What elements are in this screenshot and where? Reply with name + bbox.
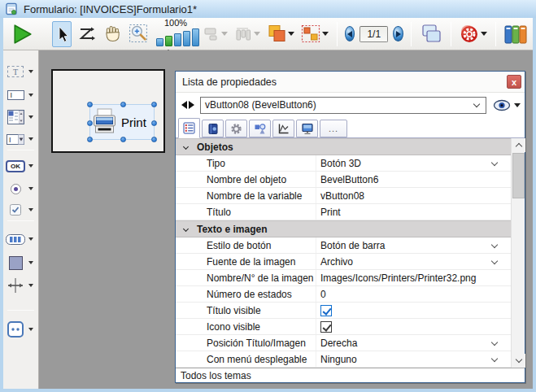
selected-print-button[interactable]: Print: [89, 104, 155, 140]
dropdown-arrow-icon[interactable]: [28, 70, 33, 73]
next-page-button[interactable]: [393, 26, 403, 41]
tab-coordinates-chart[interactable]: [272, 120, 294, 137]
plugin-area-tool[interactable]: [3, 320, 39, 339]
dropdown-chevron-icon[interactable]: [491, 258, 498, 264]
tab-events-book[interactable]: [202, 120, 224, 137]
group-objects-button[interactable]: [300, 21, 329, 47]
property-row-nombre-de-la-variable[interactable]: Nombre de la variable vButton08: [176, 188, 511, 204]
resize-handle-s[interactable]: [120, 137, 126, 142]
checkbox-checked-focused[interactable]: [320, 305, 332, 316]
property-row-nombre-imagen[interactable]: Nombre/N° de la imagen Images/Icons/Prin…: [176, 270, 511, 286]
tab-property-list[interactable]: [178, 118, 200, 138]
resize-handle-se[interactable]: [151, 137, 157, 142]
resize-handle-ne[interactable]: [151, 102, 157, 107]
window-titlebar[interactable]: Formulario: [INVOICES]Formulario1*: [0, 0, 536, 18]
button-grid-tool[interactable]: [3, 229, 39, 249]
listbox-tool[interactable]: [3, 107, 39, 127]
hand-tool-button[interactable]: [102, 21, 123, 47]
dropdown-arrow-icon[interactable]: [28, 261, 33, 264]
dropdown-arrow-icon[interactable]: [28, 115, 33, 119]
resize-handle-n[interactable]: [120, 102, 126, 107]
resize-handle-sw[interactable]: [87, 137, 93, 142]
scrollbar-thumb[interactable]: [512, 153, 525, 198]
text-tool[interactable]: T: [3, 62, 39, 81]
form-views-button[interactable]: [419, 21, 443, 47]
property-row-posicion-titulo-imagen[interactable]: Posición Título/Imagen Derecha: [176, 335, 511, 351]
checkbox-checked[interactable]: [320, 321, 332, 333]
property-row-tipo[interactable]: Tipo Botón 3D: [176, 155, 511, 172]
property-value[interactable]: Ninguno: [320, 354, 357, 365]
zoom-bar-4[interactable]: [183, 31, 190, 46]
combobox-tool[interactable]: I: [3, 129, 39, 149]
property-value[interactable]: Images/Icons/Printers/Printer32.png: [320, 272, 476, 284]
splitter-tool[interactable]: [3, 276, 39, 295]
close-panel-button[interactable]: x: [507, 75, 521, 89]
property-value[interactable]: Botón 3D: [320, 158, 361, 169]
tab-shapes[interactable]: [249, 120, 271, 137]
panel-scrollbar[interactable]: [511, 138, 525, 368]
next-object-icon[interactable]: [189, 101, 194, 109]
property-value[interactable]: 0: [320, 289, 326, 300]
dropdown-chevron-icon[interactable]: [491, 355, 498, 362]
property-value[interactable]: Botón de barra: [320, 240, 385, 251]
section-header-objetos[interactable]: Objetos: [176, 138, 511, 155]
property-row-nombre-del-objeto[interactable]: Nombre del objeto BevelButton6: [176, 172, 511, 188]
object-selector-combo[interactable]: vButton08 (BevelButton6): [200, 97, 486, 114]
dropdown-arrow-icon[interactable]: [28, 164, 33, 168]
previous-object-icon[interactable]: [181, 101, 187, 109]
zoom-bar-1[interactable]: [156, 38, 163, 46]
run-form-button[interactable]: [11, 21, 34, 47]
radio-button-tool[interactable]: [3, 179, 39, 198]
panel-titlebar[interactable]: Lista de propiedades x: [176, 72, 525, 93]
property-row-titulo-visible[interactable]: Título visible: [176, 303, 511, 319]
scroll-up-button[interactable]: [512, 138, 525, 152]
settings-button[interactable]: [459, 21, 488, 47]
property-row-titulo[interactable]: Título Print: [176, 204, 511, 220]
form-canvas[interactable]: Print: [51, 69, 165, 153]
property-row-fuente-de-la-imagen[interactable]: Fuente de la imagen Archivo: [176, 254, 511, 270]
move-level-button[interactable]: [266, 21, 295, 47]
resize-handle-e[interactable]: [151, 120, 157, 126]
entry-order-tool-button[interactable]: [76, 21, 98, 47]
property-value[interactable]: BevelButton6: [320, 174, 378, 185]
property-row-icono-visible[interactable]: Icono visible: [176, 319, 511, 335]
dropdown-chevron-icon[interactable]: [491, 159, 498, 166]
zoom-bars[interactable]: [156, 28, 199, 46]
section-header-texto-e-imagen[interactable]: Texto e imagen: [176, 220, 511, 237]
dropdown-arrow-icon[interactable]: [28, 284, 33, 287]
resize-handle-nw[interactable]: [87, 102, 93, 107]
input-tool[interactable]: I: [3, 85, 39, 105]
scroll-down-button[interactable]: [512, 354, 525, 368]
dropdown-arrow-icon[interactable]: [28, 208, 33, 211]
property-value[interactable]: Archivo: [320, 256, 353, 268]
property-value[interactable]: Derecha: [320, 338, 357, 349]
tab-settings-gear[interactable]: [225, 120, 247, 137]
selection-tool-button[interactable]: [52, 21, 72, 47]
tab-overflow[interactable]: ...: [320, 120, 347, 137]
tab-display-monitor[interactable]: [296, 120, 318, 137]
rectangle-tool[interactable]: [3, 253, 39, 272]
dropdown-arrow-icon[interactable]: [28, 94, 33, 97]
zoom-bar-5[interactable]: [192, 28, 199, 46]
property-row-con-menu-desplegable[interactable]: Con menú desplegable Ninguno: [176, 351, 511, 368]
button-tool[interactable]: OK: [3, 156, 39, 176]
view-options-button[interactable]: [493, 99, 521, 111]
previous-page-button[interactable]: [345, 26, 355, 41]
zoom-tool-button[interactable]: [128, 21, 150, 47]
explorer-button[interactable]: [503, 21, 528, 47]
property-row-numero-de-estados[interactable]: Número de estados 0: [176, 286, 511, 303]
property-value[interactable]: vButton08: [320, 190, 364, 202]
property-value[interactable]: Print: [320, 207, 341, 218]
dropdown-arrow-icon[interactable]: [28, 187, 33, 190]
dropdown-chevron-icon[interactable]: [491, 339, 498, 346]
zoom-bar-3[interactable]: [174, 33, 181, 46]
dropdown-arrow-icon[interactable]: [28, 328, 33, 331]
resize-handle-w[interactable]: [87, 120, 93, 126]
dropdown-chevron-icon[interactable]: [491, 242, 498, 248]
checkbox-tool[interactable]: [3, 200, 39, 220]
property-row-estilo-de-boton[interactable]: Estilo de botón Botón de barra: [176, 237, 511, 254]
dropdown-arrow-icon[interactable]: [28, 237, 33, 241]
dropdown-arrow-icon[interactable]: [28, 137, 33, 141]
zoom-bar-current[interactable]: [165, 36, 172, 46]
zoom-level-widget[interactable]: 100%: [155, 19, 187, 50]
